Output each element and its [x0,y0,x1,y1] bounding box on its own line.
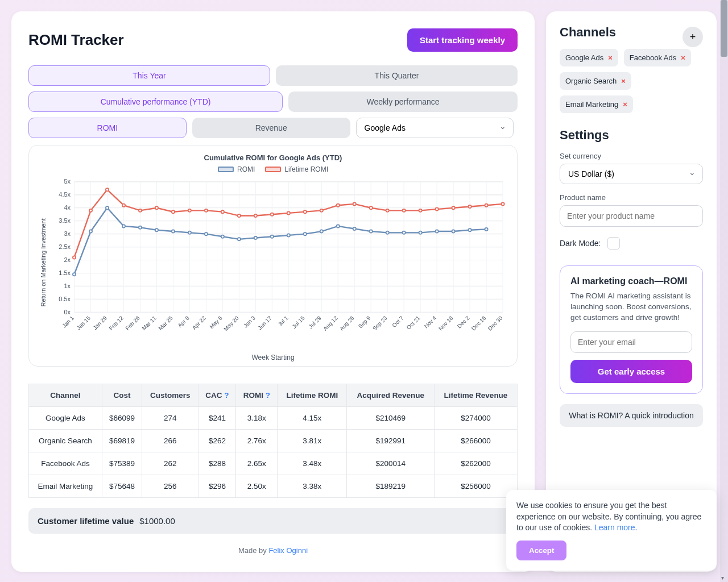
svg-point-41 [122,225,125,227]
dark-mode-toggle[interactable] [607,237,620,250]
svg-text:Mar 11: Mar 11 [140,315,157,331]
channel-select-wrap[interactable]: Google Ads [356,118,514,138]
svg-point-50 [271,235,274,238]
svg-text:3.5x: 3.5x [59,217,71,224]
help-icon[interactable]: ? [266,391,270,400]
tab-weekly-perf[interactable]: Weekly performance [288,92,518,112]
svg-point-89 [485,204,487,207]
channel-chip[interactable]: Google Ads× [560,49,618,66]
svg-point-68 [139,209,142,212]
settings-heading: Settings [560,128,703,143]
svg-point-51 [287,234,290,236]
tab-cumulative-perf[interactable]: Cumulative performance (YTD) [28,92,283,112]
svg-point-60 [436,230,439,232]
svg-point-57 [386,231,389,234]
remove-chip-icon[interactable]: × [681,53,685,62]
author-link[interactable]: Felix Oginni [268,546,308,555]
coach-email-input[interactable] [570,331,692,353]
currency-label: Set currency [560,152,703,160]
channel-chip[interactable]: Email Marketing× [560,95,633,113]
channel-chip[interactable]: Organic Search× [560,72,631,90]
svg-point-49 [254,236,257,239]
svg-point-58 [403,231,406,234]
svg-text:Jul 1: Jul 1 [276,315,289,327]
svg-text:Jul 29: Jul 29 [307,315,322,330]
tab-revenue[interactable]: Revenue [192,118,350,138]
svg-point-52 [304,232,307,235]
svg-point-82 [370,206,373,209]
swatch-icon [265,167,281,172]
tab-romi[interactable]: ROMI [28,118,187,138]
legend-lifetime-romi[interactable]: Lifetime ROMI [265,165,328,173]
svg-point-80 [337,204,340,207]
currency-select-wrap[interactable]: US Dollar ($) [560,164,703,184]
svg-point-73 [221,210,224,213]
svg-point-84 [403,209,406,212]
channel-select[interactable]: Google Ads [357,118,514,138]
channel-chip[interactable]: Facebook Ads× [624,49,691,66]
svg-text:May 6: May 6 [208,314,224,330]
svg-point-64 [73,256,76,259]
svg-point-77 [287,211,290,214]
svg-text:1x: 1x [64,282,71,289]
svg-text:Dec 30: Dec 30 [487,314,504,331]
svg-point-56 [370,230,373,232]
svg-point-54 [337,225,340,227]
svg-point-85 [419,209,422,212]
svg-text:Sep 9: Sep 9 [357,315,372,330]
svg-text:0x: 0x [64,309,71,315]
chart-title: Cumulative ROMI for Google Ads (YTD) [37,153,509,162]
tab-this-quarter[interactable]: This Quarter [276,65,518,86]
svg-text:Mar 25: Mar 25 [157,314,174,331]
clv-value: $1000.00 [139,516,175,526]
coach-desc: The ROMI AI marketing assistant is launc… [570,291,692,323]
scrollbar[interactable] [720,0,728,582]
channels-heading: Channels [560,25,616,40]
scrollbar-thumb[interactable] [721,0,727,57]
svg-point-81 [353,202,356,205]
svg-point-61 [452,230,455,232]
svg-point-72 [205,209,208,212]
svg-point-66 [106,188,109,191]
svg-point-62 [468,228,471,231]
table-row: Facebook Ads$75389262$2882.65x3.48x$2000… [29,452,518,475]
cookie-accept-button[interactable]: Accept [516,541,566,560]
svg-point-67 [122,204,125,207]
col-c7: Lifetime Revenue [435,384,518,406]
svg-point-46 [205,232,208,235]
svg-text:Aug 12: Aug 12 [322,315,339,332]
remove-chip-icon[interactable]: × [608,53,613,62]
remove-chip-icon[interactable]: × [623,100,627,109]
legend-romi[interactable]: ROMI [218,165,255,173]
tab-this-year[interactable]: This Year [28,65,270,86]
svg-text:Dec 16: Dec 16 [470,314,487,331]
currency-select[interactable]: US Dollar ($) [560,164,702,184]
svg-text:5x: 5x [64,178,71,185]
coach-title: AI marketing coach—ROMI [570,276,692,286]
help-icon[interactable]: ? [224,391,229,400]
svg-text:May 20: May 20 [222,314,240,332]
svg-point-86 [436,207,439,210]
add-channel-button[interactable]: + [682,27,703,47]
col-c1: Cost [102,384,142,406]
col-c6: Acquired Revenue [347,384,435,406]
svg-text:Jun 17: Jun 17 [257,315,273,331]
early-access-button[interactable]: Get early access [570,360,692,383]
svg-point-79 [320,209,323,212]
cookie-learn-more-link[interactable]: Learn more [594,523,635,532]
romi-chart: 0x0.5x1x1.5x2x2.5x3x3.5x4x4.5x5x Jan 1Ja… [37,176,509,350]
remove-chip-icon[interactable]: × [621,77,626,85]
svg-point-59 [419,231,422,234]
col-c2: Customers [142,384,198,406]
col-c5: Lifetime ROMI [278,384,347,406]
start-tracking-button[interactable]: Start tracking weekly [407,28,518,52]
svg-point-75 [254,214,257,217]
svg-text:Apr 8: Apr 8 [176,314,191,329]
svg-text:Jan 15: Jan 15 [75,314,92,331]
chart-card: Cumulative ROMI for Google Ads (YTD) ROM… [28,145,518,367]
svg-text:Jan 29: Jan 29 [92,315,108,331]
svg-text:Aug 26: Aug 26 [338,314,355,331]
svg-text:Sep 23: Sep 23 [371,314,388,331]
product-name-input[interactable] [560,205,703,227]
what-is-romi-link[interactable]: What is ROMI? A quick introduction [560,404,703,427]
